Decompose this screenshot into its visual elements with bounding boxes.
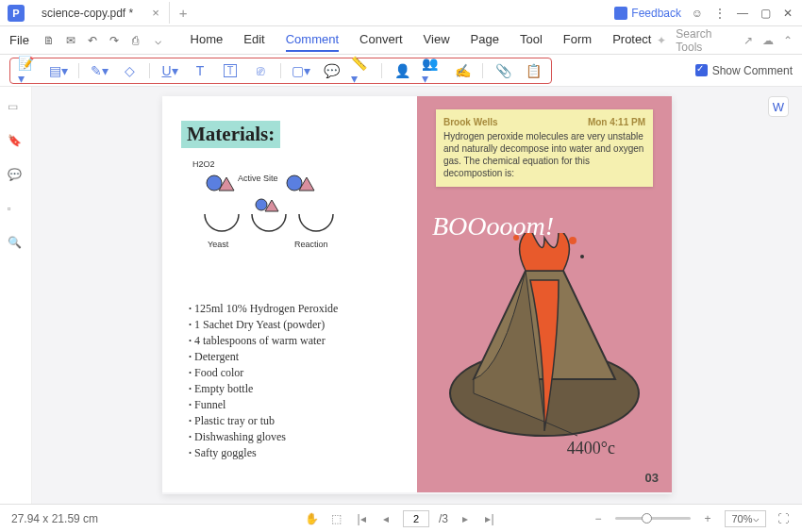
comments-panel-icon[interactable]: 💬 [8,168,25,185]
chevron-down-icon[interactable]: ⌵ [150,32,166,49]
list-tool-icon[interactable]: 📋 [523,61,543,80]
tab-title: science-copy.pdf * [42,7,133,20]
print-icon[interactable]: ⎙ [127,32,143,49]
materials-title: Materials: [187,123,275,145]
select-tool-icon[interactable]: ⬚ [329,511,344,526]
attachments-icon[interactable]: ▫ [8,202,25,219]
more-icon[interactable]: ⋮ [713,7,727,20]
undo-icon[interactable]: ↶ [84,32,100,49]
thumbnails-icon[interactable]: ▭ [8,100,25,117]
user-icon[interactable]: ☺ [691,7,704,20]
temperature-label: 4400°c [567,439,615,458]
feedback-label: Feedback [631,7,681,20]
menu-edit[interactable]: Edit [243,28,264,52]
first-page-icon[interactable]: |◂ [354,511,369,526]
close-window-icon[interactable]: ✕ [781,7,794,20]
maximize-icon[interactable]: ▢ [759,7,772,20]
magic-icon[interactable]: ✦ [657,34,666,47]
minimize-icon[interactable]: — [736,7,749,20]
svg-point-7 [513,235,519,241]
share-icon[interactable]: ↗ [744,34,753,47]
measure-tool-icon[interactable]: 📏▾ [351,61,372,80]
svg-point-4 [256,199,267,210]
sign-tool-icon[interactable]: ✍ [452,61,473,80]
search-panel-icon[interactable]: 🔍 [8,236,25,253]
close-icon[interactable]: × [152,6,159,20]
feedback-button[interactable]: Feedback [614,7,681,20]
callout-tool-icon[interactable]: ⎚ [250,61,271,80]
bookmark-icon[interactable]: 🔖 [8,134,25,151]
list-item: Food color [189,366,338,380]
sticky-note[interactable]: Brook Wells Mon 4:11 PM Hydrogen peroxid… [436,109,653,187]
titlebar: P science-copy.pdf * × + Feedback ☺ ⋮ — … [0,0,802,26]
zoom-out-icon[interactable]: − [591,511,606,526]
stamp-tool-icon[interactable]: 👤 [392,61,412,80]
attach-tool-icon[interactable]: 📎 [493,61,513,80]
document-canvas[interactable]: W Materials: H2O2 Active [32,87,802,504]
search-tools[interactable]: Search Tools [676,27,734,54]
pencil-tool-icon[interactable]: ✎▾ [89,61,109,80]
note-time: Mon 4:11 PM [588,117,645,127]
save-icon[interactable]: 🗎 [41,32,57,49]
page-input[interactable] [403,510,429,527]
prev-page-icon[interactable]: ◂ [378,511,393,526]
menu-home[interactable]: Home [191,28,224,52]
label-active-site: Active Site [238,174,278,183]
last-page-icon[interactable]: ▸| [482,511,497,526]
page-right: Brook Wells Mon 4:11 PM Hydrogen peroxid… [417,96,672,492]
hand-tool-icon[interactable]: ✋ [305,511,320,526]
list-item: Safty goggles [189,446,338,460]
textbox-tool-icon[interactable]: 🅃 [220,61,241,80]
text-tool-icon[interactable]: T [190,61,210,80]
menu-comment[interactable]: Comment [286,28,339,52]
label-yeast: Yeast [208,240,228,249]
zoom-in-icon[interactable]: + [700,511,715,526]
menu-tool[interactable]: Tool [520,28,543,52]
list-item: Empty bottle [189,382,338,396]
show-comment-toggle[interactable]: Show Comment [695,64,793,77]
comment-tool-icon[interactable]: 💬 [321,61,342,80]
shape-tool-icon[interactable]: ▢▾ [291,61,311,80]
mail-icon[interactable]: ✉ [62,32,78,49]
workspace: ▭ 🔖 💬 ▫ 🔍 W Materials: [0,87,802,504]
left-sidebar: ▭ 🔖 💬 ▫ 🔍 [0,87,32,504]
word-export-icon[interactable]: W [768,96,789,117]
add-tab-icon[interactable]: + [179,5,188,21]
collapse-icon[interactable]: ⌃ [783,34,793,47]
svg-point-0 [207,175,222,191]
menu-protect[interactable]: Protect [612,28,651,52]
zoom-value[interactable]: 70% ⌵ [725,510,766,527]
list-item: Detergent [189,350,338,364]
menu-form[interactable]: Form [563,28,592,52]
underline-tool-icon[interactable]: U▾ [159,61,180,80]
eraser-tool-icon[interactable]: ◇ [119,61,140,80]
materials-heading: Materials: [181,121,280,148]
list-item: Funnel [189,398,338,412]
redo-icon[interactable]: ↷ [106,32,122,49]
menu-view[interactable]: View [424,28,450,52]
comment-toolbar: 📝▾ ▤▾ ✎▾ ◇ U▾ T 🅃 ⎚ ▢▾ 💬 📏▾ 👤 👥▾ ✍ 📎 📋 S… [0,55,802,87]
next-page-icon[interactable]: ▸ [458,511,473,526]
fit-page-icon[interactable]: ⛶ [776,511,791,526]
list-item: 1 Sachet Dry Yeast (powder) [189,318,338,332]
page-number: 03 [645,471,659,485]
checkbox-icon[interactable] [695,64,708,76]
svg-point-2 [287,175,302,191]
menu-convert[interactable]: Convert [359,28,403,52]
note-tool-icon[interactable]: 📝▾ [18,61,39,80]
highlight-tool-icon[interactable]: ▤▾ [48,61,69,80]
file-menu[interactable]: File [9,33,29,47]
show-comment-label: Show Comment [712,64,793,77]
stamp2-tool-icon[interactable]: 👥▾ [422,61,443,80]
molecule-diagram: H2O2 Active Site Yeast Reaction [191,162,379,258]
note-author: Brook Wells [443,117,498,127]
zoom-slider[interactable] [615,517,691,520]
menu-page[interactable]: Page [471,28,499,52]
list-item: 125ml 10% Hydrogen Peroxide [189,302,338,316]
list-item: 4 tablespoons of warm water [189,334,338,348]
menubar: File 🗎 ✉ ↶ ↷ ⎙ ⌵ Home Edit Comment Conve… [0,26,802,55]
cloud-icon[interactable]: ☁ [762,34,774,47]
document-tab[interactable]: science-copy.pdf * × [32,2,170,24]
app-icon: P [8,5,25,22]
tool-group-highlighted: 📝▾ ▤▾ ✎▾ ◇ U▾ T 🅃 ⎚ ▢▾ 💬 📏▾ 👤 👥▾ ✍ 📎 📋 [9,58,552,84]
